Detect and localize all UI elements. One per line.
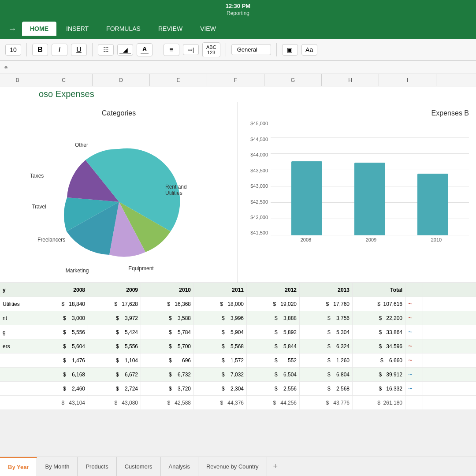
x-label-2009: 2009 [366, 237, 376, 242]
cell-2-total: $ 22,200 [353, 311, 405, 325]
cell-5-2008: $ 1,476 [35, 353, 88, 367]
cell-2-2011: $ 3,996 [194, 311, 247, 325]
underline-button[interactable]: U [71, 44, 87, 56]
cell-5-2009: $ 1,104 [88, 353, 141, 367]
tab-formulas[interactable]: FORMULAS [98, 22, 149, 36]
menu-bar: → HOME INSERT FORMULAS REVIEW VIEW [0, 19, 476, 39]
header-total: Total [353, 283, 405, 297]
cell-7-2013: $ 2,568 [300, 382, 353, 395]
cell-6-2013: $ 6,804 [300, 368, 353, 381]
cell-last-2010: $ 42,588 [141, 396, 194, 409]
fill-color-button[interactable]: ◢ [117, 44, 133, 56]
col-i: I [379, 74, 436, 86]
col-h: H [322, 74, 379, 86]
cell-2-2009: $ 3,972 [88, 311, 141, 325]
tab-customers[interactable]: Customers [117, 457, 161, 476]
header-2009: 2009 [88, 283, 141, 297]
cell-4-2009: $ 5,556 [88, 339, 141, 353]
cell-4-2008: $ 5,604 [35, 339, 88, 353]
cell-7-2010: $ 3,720 [141, 382, 194, 395]
cell-1-2011: $ 18,000 [194, 297, 247, 311]
bold-button[interactable]: B [32, 44, 48, 56]
cell-4-2012: $ 5,844 [247, 339, 300, 353]
grid-1 [271, 121, 469, 121]
y-label-3: $42,500 [250, 199, 268, 205]
col-f: F [207, 74, 264, 86]
tab-products[interactable]: Products [78, 457, 116, 476]
sheet-tabs: By Year By Month Products Customers Anal… [0, 457, 476, 476]
cell-4-total: $ 34,596 [353, 339, 405, 353]
label-utilities: Utilities [165, 190, 182, 196]
tab-by-month[interactable]: By Month [37, 457, 78, 476]
header-2008: 2008 [35, 283, 88, 297]
tab-by-year[interactable]: By Year [0, 457, 37, 476]
header-cat: y [0, 283, 35, 297]
cell-5-2013: $ 1,260 [300, 353, 353, 367]
cell-1-2010: $ 16,368 [141, 297, 194, 311]
font-name-button[interactable]: Aa [301, 44, 317, 56]
bars-container [271, 161, 469, 235]
title-row: oso Expenses [0, 86, 476, 102]
wrap-button[interactable]: ⇨| [183, 44, 199, 55]
col-c: C [35, 74, 93, 86]
cell-4-2013: $ 6,324 [300, 339, 353, 353]
tab-home[interactable]: HOME [22, 22, 56, 36]
align-button[interactable]: ≡ [164, 44, 179, 56]
cell-6-2011: $ 7,032 [194, 368, 247, 381]
number-format-btn[interactable]: ABC123 [202, 42, 220, 57]
cat-1: Utilities [0, 297, 35, 311]
back-button[interactable]: → [4, 22, 20, 36]
cell-6-2009: $ 6,672 [88, 368, 141, 381]
copy-format-button[interactable]: ▣ [282, 44, 298, 56]
cell-6-total: $ 39,912 [353, 368, 405, 381]
cell-3-2010: $ 5,784 [141, 325, 194, 339]
table-row-5: $ 1,476 $ 1,104 $ 696 $ 1,572 $ 552 $ 1,… [0, 353, 476, 368]
y-label-5: $43,500 [250, 168, 268, 173]
row-num-title [0, 86, 35, 102]
tab-review[interactable]: REVIEW [150, 22, 190, 36]
cell-3-total: $ 33,864 [353, 325, 405, 339]
table-header-row: y 2008 2009 2010 2011 2012 [0, 283, 476, 297]
tab-analysis[interactable]: Analysis [161, 457, 198, 476]
table-row-3: g $ 5,556 $ 5,424 $ 5,784 $ 5,904 $ 5,89… [0, 325, 476, 339]
label-taxes: Taxes [30, 173, 44, 179]
bar-2010 [417, 174, 448, 235]
status-bar: 12:30 PM Reporting [0, 0, 476, 19]
charts-area: Categories [0, 102, 476, 283]
bar-chart-body: $45,000 $44,500 $44,000 $43,500 $43,000 … [245, 121, 469, 235]
font-size-input[interactable]: 10 [5, 44, 21, 56]
pie-chart-title: Categories [7, 109, 231, 117]
header-spark [405, 283, 423, 297]
tab-view[interactable]: VIEW [192, 22, 224, 36]
header-2012-label: 2012 [285, 287, 297, 293]
cell-7-2012: $ 2,556 [247, 382, 300, 395]
add-sheet-button[interactable]: + [267, 457, 284, 476]
header-2013-label: 2013 [338, 287, 350, 293]
borders-button[interactable]: ☷ [98, 44, 114, 56]
label-equipment: Equipment [128, 265, 154, 271]
table-row-6: $ 6,168 $ 6,672 $ 6,732 $ 7,032 $ 6,504 … [0, 368, 476, 382]
format-dropdown[interactable]: General [231, 44, 271, 55]
cat-6 [0, 368, 35, 381]
font-color-button[interactable]: A [137, 43, 152, 56]
cell-7-2011: $ 2,304 [194, 382, 247, 395]
spark-7: ~ [405, 382, 423, 395]
tab-insert[interactable]: INSERT [58, 22, 97, 36]
tab-revenue-by-country[interactable]: Revenue by Country [198, 457, 267, 476]
cell-7-2008: $ 2,460 [35, 382, 88, 395]
cat-4: ers [0, 339, 35, 353]
toolbar-sep-4 [226, 43, 226, 56]
grid-3 [271, 153, 469, 154]
bar-chart-container: Expenses B $45,000 $44,500 $44,000 $43,5… [238, 102, 476, 283]
bar-2008 [291, 161, 322, 235]
pie-chart: Rent and Utilities Equipment Marketing F… [7, 123, 231, 281]
cell-2-2008: $ 3,000 [35, 311, 88, 325]
cat-7 [0, 382, 35, 395]
spreadsheet: B C D E F G H I oso Expenses Categories [0, 74, 476, 410]
toolbar: 10 B I U ☷ ◢ A ≡ ⇨| ABC123 General ▣ Aa [0, 39, 476, 61]
header-2010: 2010 [141, 283, 194, 297]
italic-button[interactable]: I [52, 44, 67, 56]
cell-2-2010: $ 3,588 [141, 311, 194, 325]
cell-last-2012: $ 44,256 [247, 396, 300, 409]
cell-2-2013: $ 3,756 [300, 311, 353, 325]
